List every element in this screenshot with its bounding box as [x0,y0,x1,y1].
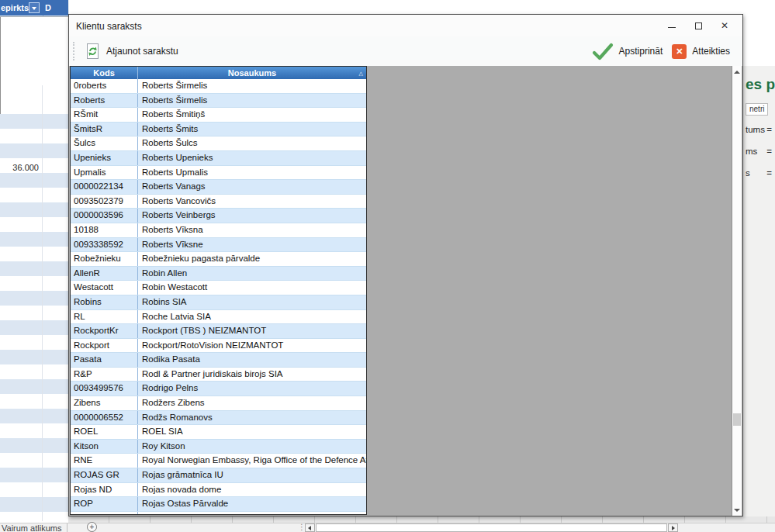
worksheet-mini-tab[interactable]: netri [746,103,768,116]
client-code-cell[interactable]: ROEL [71,425,138,439]
client-name-cell[interactable]: Roberts Vanags [138,180,366,194]
client-row[interactable]: ROJAS GR Rojas grāmatnīca IU [71,468,366,483]
client-row[interactable]: 0093499576 Rodrigo Pelns [71,382,366,396]
close-button[interactable]: ✕ [711,17,738,34]
client-name-cell[interactable]: Robežnieku pagasta pārvalde [138,252,366,266]
filter-dropdown-button[interactable] [29,2,40,13]
client-code-cell[interactable]: Kitson [71,440,138,454]
client-code-cell[interactable]: 10188 [71,223,138,237]
client-name-cell[interactable]: ROEL SIA [138,425,366,439]
client-name-cell[interactable]: Rojas grāmatnīca IU [138,468,366,482]
client-code-cell[interactable]: Robins [71,295,138,309]
client-row[interactable]: Robins Robins SIA [71,295,366,310]
client-row[interactable]: Kitson Roy Kitson [71,440,366,454]
client-code-cell[interactable]: Robežnieku [71,252,138,266]
client-row[interactable]: Robežnieku Robežnieku pagasta pārvalde [71,252,366,267]
client-name-cell[interactable]: Roberts Vancovičs [138,195,366,209]
client-name-cell[interactable]: Robin Allen [138,267,366,281]
hscroll-left-button[interactable] [305,523,315,532]
client-name-cell[interactable]: Rodžs Romanovs [138,411,366,425]
client-name-cell[interactable]: Royal Norwegian Embassy, Riga Office of … [138,454,366,468]
sheet-tab-vairum-atlikums[interactable]: Vairum atlikums [2,523,61,532]
client-code-cell[interactable]: Upmalis [71,166,138,180]
client-code-cell[interactable]: Rockport [71,339,138,353]
client-row[interactable]: ŠmitsR Roberts Šmits [71,123,366,137]
client-code-cell[interactable]: 0000021252 [71,512,138,515]
client-name-cell[interactable]: Rojas vidusskola [138,512,366,515]
client-row[interactable]: RNE Royal Norwegian Embassy, Riga Office… [71,454,366,468]
client-row[interactable]: Pasata Rodika Pasata [71,353,366,368]
client-row[interactable]: 0roberts Roberts Širmelis [71,79,366,94]
client-row[interactable]: 0093338592 Roberts Vīksne [71,238,366,253]
client-row[interactable]: Zibens Rodžers Zibens [71,396,366,411]
client-row[interactable]: RŠmit Roberts Šmitiņš [71,108,366,123]
client-code-cell[interactable]: 0000003596 [71,209,138,223]
client-row[interactable]: 10188 Roberts Vīksna [71,223,366,238]
client-row[interactable]: RL Roche Latvia SIA [71,310,366,325]
client-row[interactable]: Rojas ND Rojas novada dome [71,483,366,498]
minimize-button[interactable] [659,17,685,34]
client-name-cell[interactable]: Rockport (TBS ) NEIZMANTOT [138,324,366,338]
client-code-cell[interactable]: 0093338592 [71,238,138,252]
client-name-cell[interactable]: Roberts Šulcs [138,136,366,150]
confirm-button[interactable]: Apstiprināt [587,40,668,63]
client-code-cell[interactable]: RNE [71,454,138,468]
excel-cell-value[interactable]: 36.000 [0,161,39,175]
client-name-cell[interactable]: Rodžers Zibens [138,396,366,410]
scroll-down-button[interactable] [732,504,742,516]
client-code-cell[interactable]: R&P [71,368,138,382]
client-name-cell[interactable]: Roberts Šmits [138,123,366,136]
client-name-cell[interactable]: Rodl & Partner juridiskais birojs SIA [138,368,366,382]
client-row[interactable]: 0000021252 Rojas vidusskola [71,512,366,515]
client-row[interactable]: RockportKr Rockport (TBS ) NEIZMANTOT [71,324,366,339]
dialog-vertical-scrollbar[interactable] [732,66,742,516]
client-code-cell[interactable]: ROJAS GR [71,468,138,482]
client-name-cell[interactable]: Roberts Vīksne [138,238,366,252]
client-row[interactable]: 0000022134 Roberts Vanags [71,180,366,195]
client-code-cell[interactable]: RL [71,310,138,324]
client-name-cell[interactable]: Roberts Veinbergs [138,209,366,223]
maximize-button[interactable] [685,17,711,34]
client-row[interactable]: ROP Rojas Ostas Pārvalde [71,497,366,512]
client-name-cell[interactable]: Roberts Šmitiņš [138,108,366,122]
client-name-cell[interactable]: Roberts Upmalis [138,166,366,180]
client-code-cell[interactable]: RŠmit [71,108,138,122]
client-row[interactable]: ROEL ROEL SIA [71,425,366,440]
client-code-cell[interactable]: Pasata [71,353,138,367]
client-name-cell[interactable]: Robin Westacott [138,281,366,295]
client-name-cell[interactable]: Roberts Vīksna [138,223,366,237]
client-name-cell[interactable]: Roberts Širmelis [138,79,366,93]
scrollbar-thumb[interactable] [733,413,741,426]
client-row[interactable]: Upenieks Roberts Upenieks [71,151,366,166]
client-code-cell[interactable]: Westacott [71,281,138,295]
client-row[interactable]: R&P Rodl & Partner juridiskais birojs SI… [71,368,366,382]
toolbar-gripper[interactable] [73,42,74,60]
client-row[interactable]: Roberts Roberts Širmelis [71,94,366,109]
hscroll-right-button[interactable] [668,523,678,532]
client-code-cell[interactable]: ŠmitsR [71,123,138,136]
cancel-button[interactable]: ✕ Atteikties [667,42,735,61]
client-row[interactable]: Westacott Robin Westacott [71,281,366,295]
grid-column-header-nosaukums[interactable]: Nosaukums △ [138,67,366,79]
client-row[interactable]: AllenR Robin Allen [71,267,366,282]
client-name-cell[interactable]: Rockport/RotoVision NEIZMANTOT [138,339,366,353]
client-name-cell[interactable]: Rojas novada dome [138,483,366,497]
client-name-cell[interactable]: Rodika Pasata [138,353,366,367]
dialog-titlebar[interactable]: Klientu saraksts ✕ [69,15,742,36]
client-code-cell[interactable]: 0093502379 [71,195,138,209]
client-code-cell[interactable]: 0000006552 [71,411,138,425]
client-row[interactable]: 0000006552 Rodžs Romanovs [71,411,366,426]
client-name-cell[interactable]: Roche Latvia SIA [138,310,366,324]
client-row[interactable]: Šulcs Roberts Šulcs [71,136,366,151]
client-code-cell[interactable]: Roberts [71,94,138,108]
grid-column-header-kods[interactable]: Kods [71,67,138,79]
client-code-cell[interactable]: Upenieks [71,151,138,165]
client-code-cell[interactable]: 0093499576 [71,382,138,396]
client-name-cell[interactable]: Roberts Upenieks [138,151,366,165]
client-name-cell[interactable]: Robins SIA [138,295,366,309]
refresh-list-button[interactable]: Atjaunot sarakstu [80,40,183,62]
hscroll-track[interactable] [316,523,667,532]
new-sheet-button[interactable]: + [87,522,97,532]
client-row[interactable]: 0000003596 Roberts Veinbergs [71,209,366,223]
client-name-cell[interactable]: Roberts Širmelis [138,94,366,108]
